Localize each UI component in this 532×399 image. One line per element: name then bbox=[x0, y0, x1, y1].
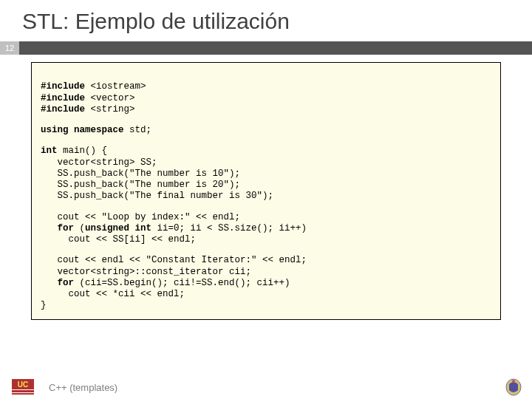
code-text: main() { bbox=[63, 146, 107, 156]
footer-text: C++ (templates) bbox=[49, 382, 117, 393]
code-text: <vector> bbox=[91, 93, 135, 103]
slide-title: STL: Ejemplo de utilización bbox=[0, 0, 532, 41]
svg-rect-2 bbox=[12, 390, 34, 392]
code-text: SS.push_back("The number is 10"); bbox=[41, 168, 240, 179]
code-text: vector<string> SS; bbox=[41, 157, 157, 168]
svg-rect-3 bbox=[12, 393, 34, 395]
header-bar-fill bbox=[19, 41, 532, 55]
page-number: 12 bbox=[0, 41, 19, 55]
code-kw: int bbox=[41, 146, 63, 156]
code-kw: unsigned int bbox=[85, 223, 157, 233]
uc-logo-icon: UC bbox=[10, 378, 35, 396]
code-text: ( bbox=[80, 223, 86, 233]
header-bar: 12 bbox=[0, 41, 532, 55]
svg-text:UC: UC bbox=[18, 381, 28, 389]
code-text: (cii=SS.begin(); cii!=SS.end(); cii++) bbox=[80, 278, 290, 288]
code-text: } bbox=[41, 300, 47, 310]
footer: UC C++ (templates) bbox=[0, 375, 532, 399]
code-kw: #include bbox=[41, 81, 91, 92]
code-text: vector<string>::const_iterator cii; bbox=[41, 267, 251, 277]
code-text: <iostream> bbox=[91, 81, 146, 92]
crest-icon bbox=[504, 377, 523, 396]
code-text: cout << endl << "Constant Iterator:" << … bbox=[41, 255, 307, 265]
code-text: cout << "Loop by index:" << endl; bbox=[41, 212, 240, 222]
code-text: cout << SS[ii] << endl; bbox=[41, 234, 196, 245]
code-kw: #include bbox=[41, 93, 91, 103]
code-text: SS.push_back("The number is 20"); bbox=[41, 180, 240, 190]
svg-point-5 bbox=[512, 380, 515, 383]
code-text: <string> bbox=[91, 104, 135, 115]
code-text: ii=0; ii < SS.size(); ii++) bbox=[157, 223, 307, 233]
code-kw: for bbox=[58, 278, 80, 288]
code-text bbox=[41, 278, 58, 288]
code-text bbox=[41, 223, 58, 233]
code-text: cout << *cii << endl; bbox=[41, 289, 185, 299]
code-kw: #include bbox=[41, 104, 91, 115]
code-text: SS.push_back("The final number is 30"); bbox=[41, 191, 273, 201]
code-kw: using namespace bbox=[41, 125, 129, 135]
code-block: #include <iostream> #include <vector> #i… bbox=[31, 62, 501, 320]
code-kw: for bbox=[58, 223, 80, 233]
code-text: std; bbox=[129, 125, 151, 135]
